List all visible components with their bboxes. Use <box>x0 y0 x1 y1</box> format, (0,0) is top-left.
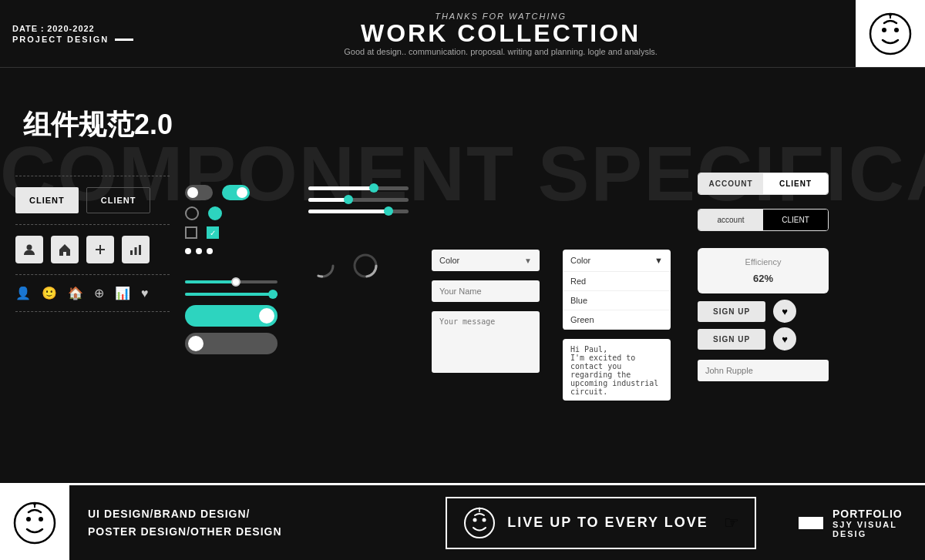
signup-button-2[interactable]: SIGN UP <box>698 329 765 350</box>
footer-slogan-box: LIVE UP TO EVERY LOVE ☞ <box>446 497 755 549</box>
user-icon <box>22 243 36 257</box>
home-icon-box[interactable] <box>51 236 79 263</box>
header-title: WORK COLLECTION <box>361 21 641 45</box>
main-title: 组件规范2.0 <box>23 106 173 144</box>
col-tabs-right: ACCOUNT CLIENT account CLIENT Efficiency… <box>698 168 910 408</box>
heart-sm-icon[interactable]: ♥ <box>141 287 149 300</box>
footer-portfolio-text: PORTFOLIO SJY VISUAL DESIG <box>832 508 913 538</box>
dropdown-open-color: Color ▼ Red Blue Green <box>563 250 671 330</box>
hslider-1[interactable] <box>308 186 409 190</box>
large-toggle-on[interactable] <box>185 305 278 327</box>
col-toggles <box>185 168 293 408</box>
dot-2 <box>196 248 202 254</box>
message-textarea[interactable] <box>432 311 540 373</box>
plus-icon-box[interactable] <box>86 236 114 263</box>
radio-off-1[interactable] <box>185 206 199 220</box>
signup-row-1: SIGN UP ♥ <box>698 300 910 323</box>
footer-slogan-text: LIVE UP TO EVERY LOVE <box>507 515 708 531</box>
hslider-3[interactable] <box>308 210 409 213</box>
divider-2 <box>15 224 170 225</box>
heart-button-2[interactable]: ♥ <box>773 327 796 350</box>
chart-sm-icon[interactable]: 📊 <box>115 286 130 300</box>
dropdown-color[interactable]: Color ▼ <box>432 250 540 271</box>
spinner-row <box>308 252 416 280</box>
spinner-icon-2 <box>352 252 379 280</box>
smile-sm-icon[interactable]: 🙂 <box>42 286 57 300</box>
dropdown-open-header[interactable]: Color ▼ <box>563 250 671 272</box>
signup-row-2: SIGN UP ♥ <box>698 327 910 350</box>
radio-on-1[interactable] <box>208 206 222 220</box>
tab-group-2: account CLIENT <box>698 209 829 231</box>
large-toggle-off[interactable] <box>185 333 278 354</box>
footer-text-area: UI DESIGN/BRAND DESIGN/ POSTER DESIGN/OT… <box>69 505 415 540</box>
components-area: CLIENT CLIENT 👤 � <box>15 168 910 408</box>
footer-portfolio: PORTFOLIO SJY VISUAL DESIG <box>786 508 925 538</box>
footer-center-face-icon <box>462 506 496 540</box>
message-textarea-2[interactable]: Hi Paul, I'm excited to contact you rega… <box>563 339 671 401</box>
dropdown-item-red[interactable]: Red <box>563 272 671 291</box>
tab-account-1[interactable]: ACCOUNT <box>698 173 763 194</box>
svg-point-2 <box>894 28 899 32</box>
footer-text-line1: UI DESIGN/BRAND DESIGN/ <box>88 505 397 522</box>
main-content: COMPONENT SPECIFICATIONS 组件规范2.0 CLIENT … <box>0 68 925 483</box>
dropdown-open-label: Color <box>570 256 590 265</box>
divider-4 <box>15 311 170 312</box>
checkbox-off-1[interactable] <box>185 226 197 239</box>
header-project-label: PROJECT DESIGN <box>12 35 109 44</box>
efficiency-widget: Efficiency 62% <box>698 248 829 293</box>
client-button-1[interactable]: CLIENT <box>15 187 79 213</box>
dropdown-arrow-icon: ▼ <box>524 257 532 265</box>
heart-button-1[interactable]: ♥ <box>773 300 796 323</box>
footer-logo-box <box>0 485 69 560</box>
toggle-on-1[interactable] <box>222 185 250 200</box>
plus-sm-icon[interactable]: ⊕ <box>94 286 104 300</box>
checkbox-on-1[interactable] <box>207 226 219 239</box>
svg-point-24 <box>479 507 481 509</box>
header-logo <box>856 0 925 67</box>
col-inputs: Color ▼ <box>432 168 547 408</box>
footer-rect-icon <box>799 517 823 529</box>
dropdown-item-blue[interactable]: Blue <box>563 291 671 310</box>
hslider-2[interactable] <box>308 198 409 202</box>
header-project: PROJECT DESIGN <box>12 35 133 44</box>
dropdown-item-green[interactable]: Green <box>563 310 671 330</box>
toggle-off-1[interactable] <box>185 185 213 200</box>
dots-indicator <box>185 248 293 254</box>
radio-row-1 <box>185 206 293 220</box>
dropdown-items: Red Blue Green <box>563 272 671 330</box>
header-left: DATE：2020-2022 PROJECT DESIGN <box>0 0 146 67</box>
svg-point-16 <box>26 517 31 521</box>
home-sm-icon[interactable]: 🏠 <box>68 286 83 300</box>
dropdown-label: Color <box>439 256 459 265</box>
header-subtitle: Good at design.. communication. proposal… <box>344 47 658 56</box>
svg-point-11 <box>311 255 333 277</box>
svg-point-21 <box>473 518 477 521</box>
slider-track-1[interactable] <box>185 280 278 283</box>
icon-row-1 <box>15 236 170 263</box>
john-input[interactable] <box>698 360 829 381</box>
signup-button-1[interactable]: SIGN UP <box>698 301 765 322</box>
user-icon-box[interactable] <box>15 236 43 263</box>
tab-account-2[interactable]: account <box>698 210 763 230</box>
slider-section-1 <box>185 280 293 354</box>
name-input[interactable] <box>432 280 540 302</box>
efficiency-label: Efficiency <box>707 257 819 267</box>
logo-face-icon <box>867 11 913 57</box>
footer-slogan-area: LIVE UP TO EVERY LOVE ☞ <box>415 497 786 549</box>
svg-rect-7 <box>96 249 105 250</box>
slider-track-2[interactable] <box>185 293 278 296</box>
tab-client-2[interactable]: CLIENT <box>763 210 828 230</box>
svg-rect-8 <box>130 250 133 255</box>
client-button-2[interactable]: CLIENT <box>86 187 151 213</box>
col-dropdown-open: Color ▼ Red Blue Green Hi Paul, I'm exci… <box>563 168 682 408</box>
plus-icon <box>93 243 107 257</box>
chart-icon-box[interactable] <box>122 236 150 263</box>
tab-client-1[interactable]: CLIENT <box>763 173 828 194</box>
col-buttons: CLIENT CLIENT 👤 � <box>15 168 170 408</box>
spinner-icon-1 <box>308 252 336 280</box>
checkbox-row-1 <box>185 226 293 239</box>
user-sm-icon[interactable]: 👤 <box>15 286 31 300</box>
toggle-row-1 <box>185 185 293 200</box>
tab-group-1: ACCOUNT CLIENT <box>698 173 829 195</box>
svg-rect-10 <box>139 245 141 255</box>
